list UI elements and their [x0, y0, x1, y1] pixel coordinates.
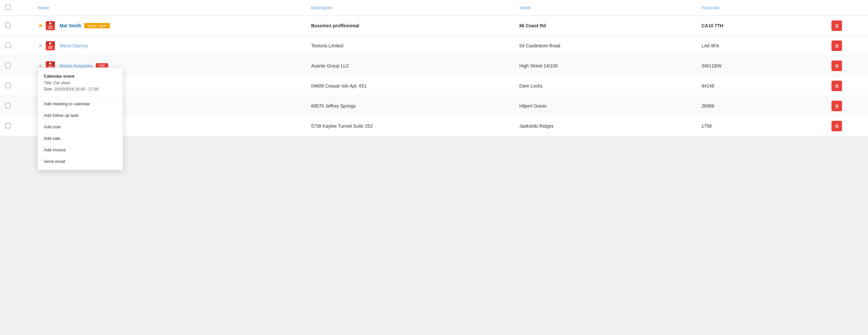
- table-row: ★5738 Kaylee Tunnel Suite 253Jaskolski R…: [0, 116, 868, 136]
- table-header-row: Name Description Street Postcode: [0, 0, 868, 16]
- contacts-table: Name Description Street Postcode ★▦22Mat…: [0, 0, 868, 136]
- name-cell: ★▦23Marta Daimny: [33, 36, 306, 56]
- street-cell: High Street 14/100: [514, 56, 696, 76]
- postcode-cell: 26989: [696, 96, 827, 116]
- action-cell: 🗑: [826, 96, 868, 116]
- header-street: Street: [514, 0, 696, 16]
- header-description: Description: [306, 0, 514, 16]
- description-cell: Testoria Limited: [306, 36, 514, 56]
- calendar-popup: Calendar event Title: Car clean Date: 23…: [37, 67, 123, 170]
- street-cell: 54 Castledore Road: [514, 36, 696, 56]
- page-wrapper: Name Description Street Postcode ★▦22Mat…: [0, 0, 868, 335]
- select-all-checkbox[interactable]: [5, 5, 10, 10]
- badge-super: Super client: [84, 23, 110, 28]
- row-checkbox-cell: [0, 96, 33, 116]
- description-cell: 69570 Jeffrey Springs: [306, 96, 514, 116]
- description-cell: 5738 Kaylee Tunnel Suite 253: [306, 116, 514, 136]
- description-cell: Bussines proffesional: [306, 16, 514, 36]
- menu-add-sale[interactable]: Add sale: [38, 132, 123, 144]
- table-row: ★▦22Mat SmithSuper clientBussines proffe…: [0, 16, 868, 36]
- table-row: ★▦23Marta DaimnyTestoria Limited54 Castl…: [0, 36, 868, 56]
- street-cell: Jaskolski Ridges: [514, 116, 696, 136]
- name-cell: ★▦22Mat SmithSuper client: [33, 16, 306, 36]
- row-checkbox-2[interactable]: [5, 43, 10, 48]
- calendar-icon[interactable]: ▦23: [46, 41, 55, 50]
- table-row: ★tag2tag369570 Jeffrey SpringsHilpert Gr…: [0, 96, 868, 116]
- postcode-cell: SW11BW: [696, 56, 827, 76]
- street-cell: Hilpert Green: [514, 96, 696, 116]
- delete-button[interactable]: 🗑: [832, 40, 842, 51]
- table-body: ★▦22Mat SmithSuper clientBussines proffe…: [0, 16, 868, 136]
- delete-button[interactable]: 🗑: [832, 21, 842, 31]
- action-cell: 🗑: [826, 116, 868, 136]
- action-cell: 🗑: [826, 56, 868, 76]
- table-row: ★04808 Ceasar Isle Apt. 651Dare Locks941…: [0, 76, 868, 96]
- row-checkbox-cell: [0, 116, 33, 136]
- row-checkbox-1[interactable]: [5, 23, 10, 28]
- row-checkbox-6[interactable]: [5, 123, 10, 128]
- row-checkbox-cell: [0, 36, 33, 56]
- row-checkbox-3[interactable]: [5, 63, 10, 68]
- action-cell: 🗑: [826, 36, 868, 56]
- row-checkbox-4[interactable]: [5, 83, 10, 88]
- street-cell: Dare Locks: [514, 76, 696, 96]
- menu-send-email[interactable]: Send email: [38, 156, 123, 167]
- event-date: Date: 23/10/2019 16:00 - 17:00: [44, 86, 117, 92]
- header-checkbox-col: [0, 0, 33, 16]
- header-postcode: Postcode: [696, 0, 827, 16]
- event-info: Calendar event Title: Car clean Date: 23…: [38, 70, 123, 97]
- action-cell: 🗑: [826, 16, 868, 36]
- menu-add-invoice[interactable]: Add invoice: [38, 144, 123, 156]
- table-wrapper: Name Description Street Postcode ★▦22Mat…: [0, 0, 868, 136]
- row-checkbox-cell: [0, 16, 33, 36]
- delete-button[interactable]: 🗑: [832, 101, 842, 111]
- row-checkbox-5[interactable]: [5, 103, 10, 108]
- postcode-cell: 1758: [696, 116, 827, 136]
- event-car-clean-title: Title: Car clean: [44, 80, 117, 86]
- description-cell: 04808 Ceasar Isle Apt. 651: [306, 76, 514, 96]
- calendar-icon[interactable]: ▦22: [46, 21, 55, 30]
- table-row: ★▦23Martin KowalskyVIPAsante Group LLCHi…: [0, 56, 868, 76]
- row-checkbox-cell: [0, 56, 33, 76]
- contact-name-link[interactable]: Mat Smith: [60, 23, 82, 28]
- header-name: Name: [33, 0, 306, 16]
- menu-add-follow-up[interactable]: Add follow up task: [38, 110, 123, 121]
- postcode-cell: CA10 7TH: [696, 16, 827, 36]
- star-icon[interactable]: ★: [38, 42, 43, 49]
- delete-button[interactable]: 🗑: [832, 61, 842, 71]
- description-cell: Asante Group LLC: [306, 56, 514, 76]
- header-action: [826, 0, 868, 16]
- street-cell: 86 Coast Rd: [514, 16, 696, 36]
- postcode-cell: LA6 9FA: [696, 36, 827, 56]
- gray-area: [0, 136, 868, 235]
- action-cell: 🗑: [826, 76, 868, 96]
- menu-add-meeting[interactable]: Add meeting to calendar: [38, 98, 123, 110]
- event-title: Calendar event: [44, 74, 117, 79]
- star-icon[interactable]: ★: [38, 22, 43, 29]
- menu-add-note[interactable]: Add note: [38, 121, 123, 132]
- delete-button[interactable]: 🗑: [832, 81, 842, 91]
- postcode-cell: 94148: [696, 76, 827, 96]
- row-checkbox-cell: [0, 76, 33, 96]
- delete-button[interactable]: 🗑: [832, 121, 842, 131]
- contact-name-link[interactable]: Marta Daimny: [60, 43, 88, 49]
